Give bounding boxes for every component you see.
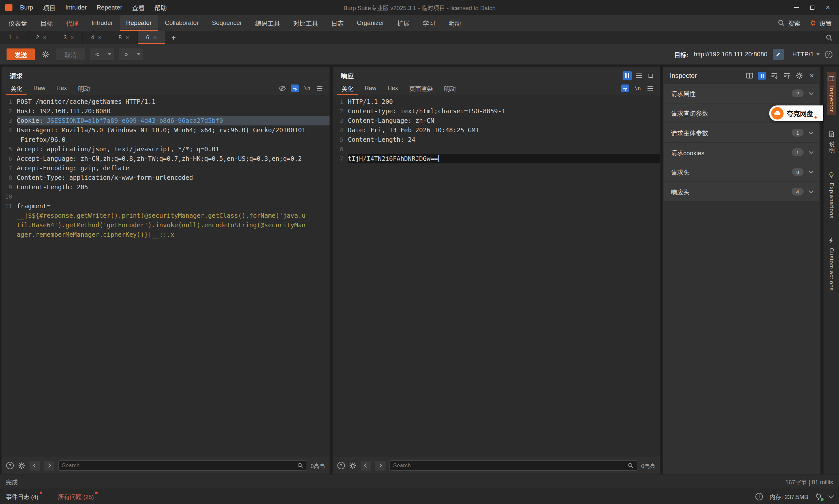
code-line[interactable]: HTTP/1.1 200 — [348, 97, 660, 106]
repeater-tab-3[interactable]: 3× — [55, 31, 83, 44]
request-tab-明动[interactable]: 明动 — [72, 82, 96, 95]
close-tab-icon[interactable]: × — [153, 34, 156, 41]
response-editor[interactable]: 1HTTP/1.1 2002Content-Type: text/html;ch… — [333, 95, 660, 457]
main-tab-对比工具[interactable]: 对比工具 — [287, 15, 325, 31]
code-line[interactable]: fragment= — [17, 201, 329, 211]
global-search-button[interactable]: 搜索 — [777, 19, 800, 28]
editor-menu-icon[interactable] — [316, 85, 324, 92]
close-tab-icon[interactable]: × — [15, 34, 19, 41]
inspector-layout-side-icon[interactable] — [746, 72, 753, 79]
response-tab-页面渲染[interactable]: 页面渲染 — [404, 82, 438, 95]
code-line[interactable]: Accept: application/json, text/javascrip… — [17, 144, 329, 154]
chevron-down-icon[interactable] — [809, 130, 814, 134]
forward-dropdown-button[interactable] — [134, 49, 143, 60]
editor-menu-icon[interactable] — [646, 85, 654, 92]
main-tab-代理[interactable]: 代理 — [59, 15, 85, 31]
send-button[interactable]: 发送 — [6, 49, 35, 60]
layout-columns-icon[interactable] — [622, 71, 632, 80]
request-tab-美化[interactable]: 美化 — [5, 82, 28, 95]
main-tab-Intruder[interactable]: Intruder — [85, 15, 119, 31]
newline-display-icon[interactable]: \n — [634, 85, 641, 92]
repeater-tab-1[interactable]: 1× — [0, 31, 28, 44]
forward-button[interactable]: > — [119, 49, 134, 60]
close-tab-icon[interactable]: × — [43, 34, 46, 41]
main-tab-Sequencer[interactable]: Sequencer — [205, 15, 249, 31]
request-editor[interactable]: 1POST /monitor/cache/getNames HTTP/1.12H… — [2, 95, 329, 457]
rail-tab-Custom actions[interactable]: Custom actions — [827, 234, 836, 294]
search-next-button[interactable] — [44, 461, 54, 471]
search-help-icon[interactable]: ? — [6, 462, 14, 469]
back-dropdown-button[interactable] — [105, 49, 114, 60]
search-next-button[interactable] — [375, 461, 386, 471]
code-line[interactable]: tIjH/I4TN2i6FAhDNRJDGw== — [348, 154, 660, 163]
close-tab-icon[interactable]: × — [125, 34, 129, 41]
code-line[interactable]: Content-Length: 205 — [17, 182, 329, 192]
chevron-down-icon[interactable] — [809, 149, 814, 154]
layout-rows-icon[interactable] — [634, 71, 644, 80]
code-line[interactable]: Content-Type: text/html;charset=ISO-8859… — [348, 106, 660, 116]
request-tab-Hex[interactable]: Hex — [51, 82, 72, 95]
close-tab-icon[interactable]: × — [70, 34, 74, 41]
main-tab-扩展[interactable]: 扩展 — [391, 15, 416, 31]
response-search-input[interactable] — [393, 463, 625, 469]
main-tab-学习[interactable]: 学习 — [416, 15, 442, 31]
maximize-icon[interactable] — [804, 2, 820, 14]
inspector-section-请求cookies[interactable]: 请求cookies1 — [664, 143, 819, 162]
code-line[interactable]: Host: 192.168.111.20:8080 — [17, 106, 329, 116]
response-tab-Hex[interactable]: Hex — [382, 82, 404, 95]
code-line[interactable]: Accept-Language: zh-CN,zh;q=0.8,zh-TW;q=… — [17, 154, 329, 163]
code-line[interactable]: Content-Language: zh-CN — [348, 116, 660, 125]
inspector-section-响应头[interactable]: 响应头4 — [664, 182, 819, 201]
chevron-down-icon[interactable] — [828, 493, 834, 499]
menu-item-Burp[interactable]: Burp — [15, 2, 38, 13]
global-settings-button[interactable]: 设置 — [809, 19, 832, 28]
code-line[interactable]: ager.rememberMeManager.cipherKey))}|__::… — [17, 230, 329, 239]
response-tab-美化[interactable]: 美化 — [336, 82, 359, 95]
back-button[interactable]: < — [90, 49, 105, 60]
collapse-all-icon[interactable] — [783, 72, 791, 79]
code-line[interactable]: Date: Fri, 13 Feb 2026 10:48:25 GMT — [348, 125, 660, 135]
main-tab-Repeater[interactable]: Repeater — [120, 15, 158, 31]
code-line[interactable]: Accept-Encoding: gzip, deflate — [17, 163, 329, 173]
repeater-tab-2[interactable]: 2× — [28, 31, 55, 44]
main-tab-编码工具[interactable]: 编码工具 — [249, 15, 287, 31]
menu-item-Intruder[interactable]: Intruder — [60, 2, 91, 13]
repeater-tab-5[interactable]: 5× — [110, 31, 138, 44]
code-line[interactable]: til.Base64').getMethod('getEncoder').inv… — [17, 220, 329, 230]
search-settings-icon[interactable] — [349, 462, 357, 470]
inspector-section-请求主体参数[interactable]: 请求主体参数1 — [664, 123, 819, 142]
edit-target-button[interactable] — [773, 49, 784, 60]
menu-item-Repeater[interactable]: Repeater — [92, 2, 127, 13]
quark-pan-overlay[interactable]: 夸克网盘 — [769, 105, 823, 121]
response-tab-明动[interactable]: 明动 — [438, 82, 461, 95]
main-tab-Organizer[interactable]: Organizer — [350, 15, 391, 31]
main-tab-Collaborator[interactable]: Collaborator — [158, 15, 206, 31]
code-line[interactable] — [348, 144, 660, 154]
code-line[interactable]: Content-Type: application/x-www-form-url… — [17, 173, 329, 182]
menu-item-项目[interactable]: 项目 — [38, 1, 60, 14]
response-tab-Raw[interactable]: Raw — [359, 82, 382, 95]
main-tab-明动[interactable]: 明动 — [442, 15, 467, 31]
event-log-tab[interactable]: 事件日志 (4) — [6, 492, 42, 501]
chevron-down-icon[interactable] — [809, 188, 814, 193]
inspector-layout-active-icon[interactable] — [758, 72, 766, 79]
chevron-down-icon[interactable] — [809, 90, 814, 95]
inspector-section-请求头[interactable]: 请求头8 — [664, 162, 819, 181]
soft-wrap-icon[interactable] — [291, 85, 299, 92]
inspector-section-请求属性[interactable]: 请求属性2 — [664, 84, 819, 103]
connection-plug-icon[interactable] — [815, 492, 823, 500]
help-icon[interactable]: ? — [825, 51, 833, 58]
search-help-icon[interactable]: ? — [337, 462, 345, 469]
http-version-selector[interactable]: HTTP/1 — [792, 51, 820, 58]
search-prev-button[interactable] — [361, 461, 371, 471]
hide-nonprintable-icon[interactable] — [278, 85, 286, 92]
rail-tab-Explanations[interactable]: Explanations — [827, 168, 836, 222]
request-search-input[interactable] — [62, 463, 294, 469]
rail-tab-说明[interactable]: 说明 — [826, 127, 836, 157]
menu-item-帮助[interactable]: 帮助 — [150, 1, 172, 14]
code-line[interactable]: Cookie: JSESSIONID=a1bf7a89-e609-4d43-b8… — [17, 116, 329, 125]
code-line[interactable]: Content-Length: 24 — [348, 135, 660, 144]
layout-single-icon[interactable] — [646, 71, 655, 80]
add-tab-button[interactable]: + — [165, 31, 182, 44]
code-line[interactable]: POST /monitor/cache/getNames HTTP/1.1 — [17, 97, 329, 106]
